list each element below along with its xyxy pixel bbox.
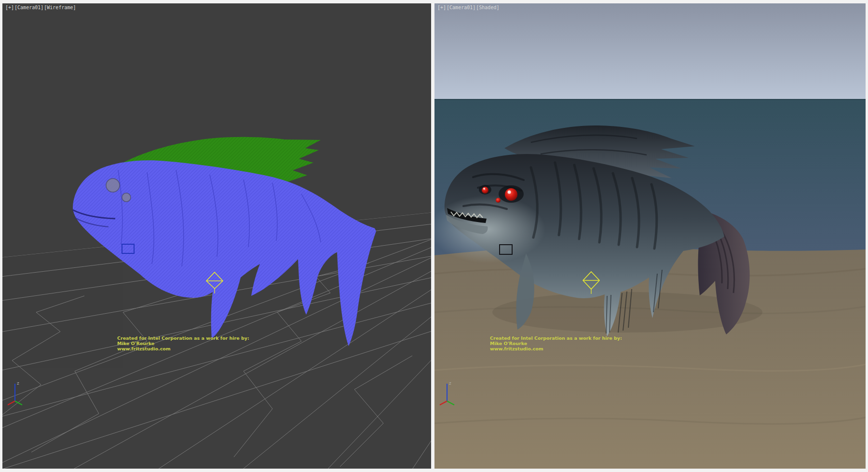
- viewport-shading-menu[interactable]: [Wireframe]: [44, 5, 76, 10]
- sky: [434, 3, 866, 99]
- fish-eye-spot-large: [106, 179, 120, 192]
- viewport-shaded[interactable]: [+][Camera01][Shaded]: [434, 3, 866, 469]
- credit-line-2: Mike O'Rourke: [117, 341, 249, 346]
- credit-text: Created for Intel Corporation as a work …: [490, 335, 622, 351]
- horizon-line: [434, 99, 866, 100]
- viewport-wireframe[interactable]: [+][Camera01][Wireframe]: [2, 3, 431, 469]
- axis-z-label: z: [17, 381, 19, 386]
- fish-eye-highlight-large: [508, 191, 511, 194]
- viewport-split-frame: [+][Camera01][Wireframe]: [0, 0, 868, 472]
- viewport-label-wireframe: [+][Camera01][Wireframe]: [5, 5, 77, 10]
- fish-model-wireframe[interactable]: [73, 137, 376, 346]
- credit-line-2: Mike O'Rourke: [490, 341, 622, 346]
- viewport-pov-menu[interactable]: [Camera01]: [14, 5, 43, 10]
- credit-text: Created for Intel Corporation as a work …: [117, 335, 249, 351]
- fish-eye-small: [482, 187, 488, 194]
- fish-eye-tiny: [496, 198, 501, 203]
- credit-line-3: www.fritzstudio.com: [117, 346, 249, 351]
- viewport-label-shaded: [+][Camera01][Shaded]: [437, 5, 500, 10]
- shaded-scene: [434, 3, 866, 469]
- credit-line-1: Created for Intel Corporation as a work …: [117, 335, 249, 341]
- fish-eye-spot-small: [122, 193, 131, 202]
- credit-line-3: www.fritzstudio.com: [490, 346, 622, 351]
- viewport-general-menu[interactable]: [+]: [5, 5, 14, 10]
- axis-z-label: z: [449, 381, 451, 386]
- world-axis-tripod: z: [6, 379, 31, 409]
- credit-line-1: Created for Intel Corporation as a work …: [490, 335, 622, 341]
- world-axis-tripod: z: [438, 379, 463, 409]
- wireframe-scene: [2, 3, 431, 469]
- fish-eye-highlight-small: [483, 188, 485, 190]
- viewport-general-menu[interactable]: [+]: [437, 5, 446, 10]
- viewport-shading-menu[interactable]: [Shaded]: [476, 5, 499, 10]
- fish-eye-large: [505, 188, 517, 201]
- viewport-pov-menu[interactable]: [Camera01]: [447, 5, 475, 10]
